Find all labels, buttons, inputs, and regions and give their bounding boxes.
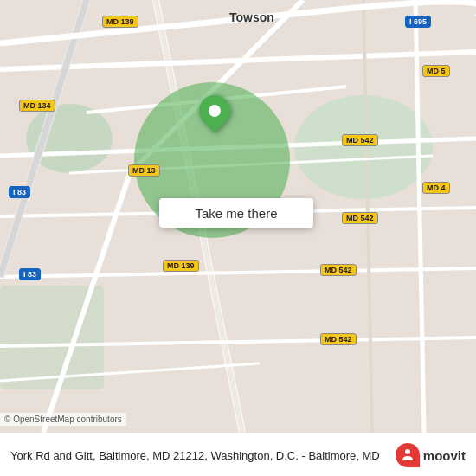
road-badge-i83-1: I 83 [9,186,30,198]
road-badge-md542-4: MD 542 [320,333,357,345]
moovit-icon [396,443,420,467]
moovit-text: moovit [423,448,466,463]
road-badge-md542-2: MD 542 [342,212,378,224]
svg-point-1 [294,95,433,199]
road-badge-md542-1: MD 542 [342,134,378,146]
city-label: Towson [229,10,274,24]
road-badge-md542-3: MD 542 [320,264,357,276]
road-badge-md4: MD 4 [422,182,450,194]
road-badge-md139-3: MD 139 [163,260,199,272]
location-address: York Rd and Gitt, Baltimore, MD 21212, W… [10,449,396,462]
map-container: Towson Take me there MD 139 MD 13 MD 139… [0,0,476,476]
location-pin [197,95,232,137]
moovit-logo: moovit [396,443,466,467]
road-badge-md134: MD 134 [19,100,55,112]
take-me-there-button[interactable]: Take me there [159,198,313,228]
road-badge-md139-1: MD 139 [102,16,138,28]
map-background [0,0,476,476]
road-badge-md139-2: MD 13 [128,164,160,177]
svg-point-20 [405,449,410,454]
road-badge-i695: I 695 [405,16,431,28]
pin-head [193,89,237,133]
road-badge-md5: MD 5 [422,65,450,77]
bottom-bar: York Rd and Gitt, Baltimore, MD 21212, W… [0,434,476,476]
road-badge-i83-2: I 83 [19,268,41,280]
osm-attribution: © OpenStreetMap contributors [0,413,126,426]
